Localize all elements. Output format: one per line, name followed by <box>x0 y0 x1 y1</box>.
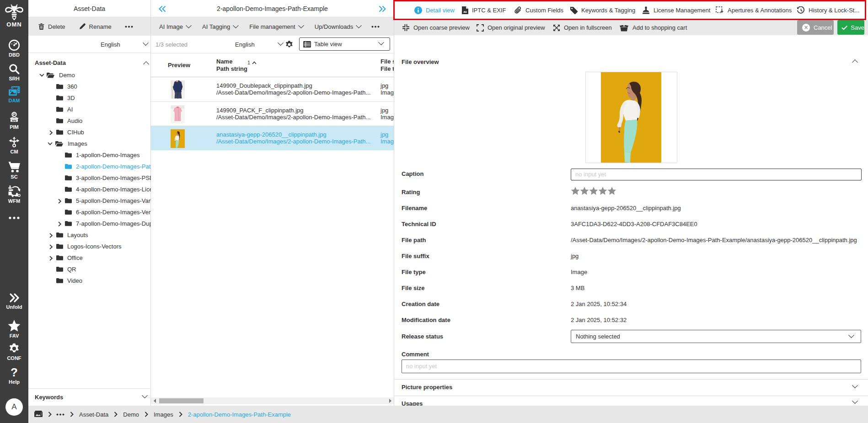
svg-text:P: P <box>13 112 16 116</box>
